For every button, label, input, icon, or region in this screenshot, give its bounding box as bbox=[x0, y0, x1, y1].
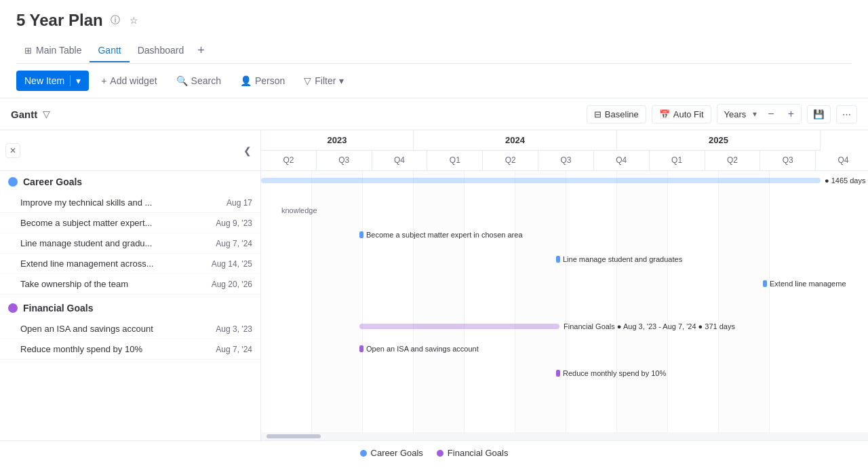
career-group-bar-row: ● 1465 days bbox=[261, 176, 865, 185]
item-name: Take ownership of the team bbox=[20, 279, 170, 289]
filter-icon: ▽ bbox=[304, 75, 311, 86]
auto-fit-button[interactable]: 📅 Auto Fit bbox=[652, 105, 711, 124]
career-item-4-marker bbox=[763, 280, 767, 287]
timeline-grid bbox=[261, 171, 868, 432]
save-view-button[interactable]: 💾 bbox=[807, 105, 831, 124]
list-item[interactable]: Line manage student and gradu... Aug 7, … bbox=[0, 233, 260, 254]
q-cell: Q1 bbox=[427, 151, 483, 171]
legend-label-financial: Financial Goals bbox=[448, 448, 509, 458]
gantt-col-header: ✕ ❮ bbox=[0, 130, 260, 171]
financial-group-bar-row: Financial Goals ● Aug 3, '23 - Aug 7, '2… bbox=[359, 317, 735, 336]
filter-button[interactable]: ▽ Filter ▾ bbox=[297, 71, 351, 90]
item-name: Become a subject matter expert... bbox=[20, 218, 170, 228]
career-item-3-marker bbox=[556, 256, 560, 263]
tab-dashboard[interactable]: Dashboard bbox=[130, 39, 193, 62]
tab-dashboard-label: Dashboard bbox=[138, 45, 184, 56]
years-select[interactable]: Years bbox=[717, 106, 753, 123]
legend-label-career: Career Goals bbox=[371, 448, 423, 458]
star-icon[interactable]: ☆ bbox=[127, 14, 141, 27]
gantt-left-panel: ✕ ❮ Career Goals Improve my technical sk… bbox=[0, 130, 261, 440]
baseline-icon: ⊟ bbox=[594, 109, 601, 119]
horizontal-scrollbar[interactable] bbox=[261, 432, 868, 440]
close-col-button[interactable]: ✕ bbox=[5, 143, 20, 158]
baseline-button[interactable]: ⊟ Baseline bbox=[587, 105, 646, 124]
career-dot bbox=[8, 177, 18, 187]
tab-gantt-label: Gantt bbox=[98, 45, 121, 56]
year-2024: 2024 bbox=[414, 130, 617, 151]
gantt-right-panel: 2023 2024 2025 Q2 Q3 Q4 Q1 Q2 Q3 Q4 Q1 Q… bbox=[261, 130, 868, 440]
financial-item-1-marker bbox=[359, 345, 363, 352]
financial-group-bar bbox=[359, 324, 559, 329]
collapse-button[interactable]: ❮ bbox=[240, 143, 255, 158]
new-item-button[interactable]: New Item ▾ bbox=[16, 71, 89, 91]
list-item[interactable]: Open an ISA and savings account Aug 3, '… bbox=[0, 319, 260, 339]
filter-label: Filter bbox=[315, 75, 336, 86]
list-item[interactable]: Extend line management across... Aug 14,… bbox=[0, 254, 260, 274]
legend-dot-financial bbox=[437, 450, 443, 457]
grid-col bbox=[363, 171, 414, 432]
grid-col bbox=[465, 171, 515, 432]
grid-col bbox=[719, 171, 770, 432]
year-2025: 2025 bbox=[617, 130, 821, 151]
financial-item-2-row: Reduce monthly spend by 10% bbox=[556, 364, 666, 383]
career-group-name: Career Goals bbox=[23, 176, 82, 187]
item-date: Aug 7, '24 bbox=[216, 345, 252, 354]
q-cell: Q2 bbox=[483, 151, 538, 171]
q-cell: Q3 bbox=[317, 151, 372, 171]
item-name: Extend line management across... bbox=[20, 259, 170, 269]
legend-item-career: Career Goals bbox=[360, 448, 423, 458]
career-item-4-row: Extend line manageme bbox=[763, 274, 846, 293]
person-label: Person bbox=[255, 75, 285, 86]
tab-gantt[interactable]: Gantt bbox=[90, 39, 129, 62]
career-item-2-label: Become a subject matter expert in chosen… bbox=[366, 231, 523, 239]
add-widget-button[interactable]: + Add widget bbox=[94, 71, 163, 90]
scrollbar-thumb[interactable] bbox=[267, 434, 321, 438]
search-label: Search bbox=[191, 75, 221, 86]
q-cell: Q4 bbox=[594, 151, 650, 171]
tab-main-table[interactable]: ⊞ Main Table bbox=[16, 39, 90, 62]
career-bar-label: ● 1465 days bbox=[825, 176, 865, 185]
item-date: Aug 3, '23 bbox=[216, 324, 252, 334]
career-item-3-row: Line manage student and graduates bbox=[556, 250, 682, 269]
baseline-label: Baseline bbox=[605, 109, 639, 119]
years-chevron: ▾ bbox=[753, 109, 761, 119]
gantt-filter-icon[interactable]: ▽ bbox=[43, 109, 50, 119]
group-row-financial[interactable]: Financial Goals bbox=[0, 297, 260, 319]
career-item-3-label: Line manage student and graduates bbox=[563, 255, 682, 263]
q-cell: Q2 bbox=[261, 151, 317, 171]
timeline-content: ● 1465 days knowledge Become a subject m… bbox=[261, 171, 868, 432]
q-cell: Q4 bbox=[816, 151, 868, 171]
financial-bar-label: Financial Goals ● Aug 3, '23 - Aug 7, '2… bbox=[564, 322, 735, 330]
info-icon[interactable]: ⓘ bbox=[108, 14, 122, 27]
gantt-container: Gantt ▽ ⊟ Baseline 📅 Auto Fit Years ▾ − … bbox=[0, 98, 868, 465]
item-date: Aug 17 bbox=[226, 198, 252, 208]
auto-fit-label: Auto Fit bbox=[673, 109, 704, 119]
gantt-rows: Career Goals Improve my technical skills… bbox=[0, 171, 260, 440]
zoom-out-button[interactable]: − bbox=[761, 104, 781, 124]
grid-col bbox=[312, 171, 363, 432]
grid-col bbox=[770, 171, 821, 432]
list-item[interactable]: Improve my technical skills and ... Aug … bbox=[0, 193, 260, 213]
zoom-in-button[interactable]: + bbox=[781, 104, 801, 124]
table-icon: ⊞ bbox=[24, 45, 32, 56]
financial-dot bbox=[8, 303, 18, 313]
more-options-button[interactable]: ⋯ bbox=[836, 105, 857, 124]
financial-item-1-label: Open an ISA and savings account bbox=[366, 345, 479, 353]
zoom-control: Years ▾ − + bbox=[717, 104, 802, 124]
career-item-2-marker bbox=[359, 231, 363, 238]
financial-item-2-label: Reduce monthly spend by 10% bbox=[563, 369, 666, 377]
list-item[interactable]: Reduce monthly spend by 10% Aug 7, '24 bbox=[0, 339, 260, 360]
new-item-label: New Item bbox=[24, 75, 64, 86]
search-button[interactable]: 🔍 Search bbox=[170, 71, 228, 90]
group-row-career[interactable]: Career Goals bbox=[0, 171, 260, 193]
item-date: Aug 20, '26 bbox=[212, 280, 252, 289]
add-widget-label: Add widget bbox=[110, 75, 157, 86]
list-item[interactable]: Take ownership of the team Aug 20, '26 bbox=[0, 274, 260, 294]
add-tab-button[interactable]: + bbox=[192, 38, 210, 63]
career-item-1-row: knowledge bbox=[281, 201, 317, 220]
grid-col bbox=[515, 171, 566, 432]
list-item[interactable]: Become a subject matter expert... Aug 9,… bbox=[0, 213, 260, 233]
career-item-1-label: knowledge bbox=[281, 206, 317, 214]
gantt-label: Gantt bbox=[11, 109, 37, 120]
person-button[interactable]: 👤 Person bbox=[233, 71, 292, 90]
